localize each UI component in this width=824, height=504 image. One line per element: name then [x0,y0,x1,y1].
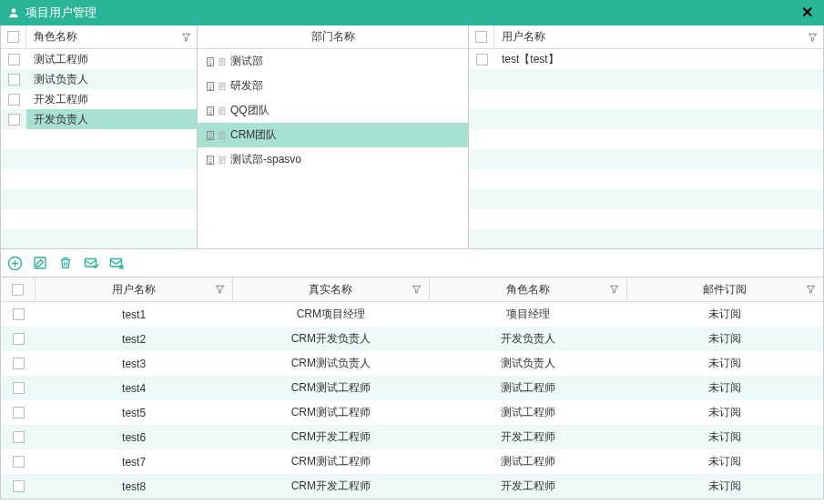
role-row [1,189,197,209]
grid-row-checkbox[interactable] [13,358,25,369]
building-icon [205,130,216,141]
grid-col-label: 真实名称 [309,282,352,297]
user-header-label: 用户名称 [502,29,545,45]
user-row-checkbox-cell [469,209,494,229]
role-row-checkbox[interactable] [8,74,20,86]
role-row-checkbox[interactable] [8,94,20,106]
filter-icon[interactable] [412,285,422,295]
grid-col-role[interactable]: 角色名称 [430,277,627,301]
grid-col-user[interactable]: 用户名称 [36,277,233,301]
role-row[interactable]: 测试工程师 [1,49,197,69]
window-titlebar: 项目用户管理 ✕ [0,0,824,25]
grid-col-label: 邮件订阅 [703,282,747,297]
user-header-label-cell[interactable]: 用户名称 [494,25,823,48]
user-row-checkbox-cell [469,149,494,169]
user-grid: 用户名称 真实名称 角色名称 邮件订阅 test1CRM项目经理项目经理未订阅t… [0,277,824,499]
grid-cell-mail: 未订阅 [626,302,823,327]
dept-tree-item[interactable]: 测试部 [198,49,468,74]
table-row[interactable]: test6CRM开发工程师开发工程师未订阅 [1,425,823,449]
grid-cell-user: test3 [36,351,232,376]
dept-panel-header: 部门名称 [198,25,468,49]
edit-button[interactable] [32,255,48,271]
filter-icon[interactable] [215,285,225,295]
role-row-label: 测试负责人 [26,69,197,89]
user-row-checkbox[interactable] [476,54,488,66]
top-panels: 角色名称 测试工程师测试负责人开发工程师开发负责人 部门名称 测试部研发部QQ团… [0,25,824,249]
role-header-label-cell[interactable]: 角色名称 [26,25,197,48]
grid-cell-role: 测试负责人 [430,351,626,376]
window-title: 项目用户管理 [25,0,798,25]
user-row-checkbox-cell [469,129,494,149]
role-row-label [26,129,197,149]
role-row-label: 开发工程师 [26,89,197,109]
mail-check-button[interactable] [83,255,99,271]
grid-row-checkbox[interactable] [13,480,25,492]
grid-cell-role: 开发工程师 [430,474,626,499]
role-header-checkbox-cell [1,25,26,48]
table-row[interactable]: test7CRM测试工程师测试工程师未订阅 [1,449,823,474]
table-row[interactable]: test8CRM开发工程师开发工程师未订阅 [1,474,823,499]
table-row[interactable]: test5CRM测试工程师测试工程师未订阅 [1,400,823,425]
dept-tree: 测试部研发部QQ团队CRM团队测试部-spasvo [198,49,468,248]
role-row-checkbox[interactable] [8,114,20,126]
dept-tree-item[interactable]: QQ团队 [198,98,468,123]
add-button[interactable] [6,255,23,271]
mail-cancel-button[interactable] [108,255,125,271]
grid-col-mail[interactable]: 邮件订阅 [627,277,824,301]
role-row-label [26,189,197,209]
grid-col-real[interactable]: 真实名称 [233,277,431,301]
dept-tree-item[interactable]: 研发部 [198,74,468,98]
table-row[interactable]: test3CRM测试负责人测试负责人未订阅 [1,351,823,376]
user-row[interactable]: test【test】 [469,49,823,69]
grid-row-checkbox[interactable] [13,407,25,418]
grid-row-checkbox-cell [1,425,36,449]
grid-row-checkbox[interactable] [13,333,25,345]
role-row-checkbox-cell [1,89,26,109]
role-list: 测试工程师测试负责人开发工程师开发负责人 [1,49,197,248]
role-row [1,129,197,149]
grid-row-checkbox[interactable] [13,456,25,468]
table-row[interactable]: test2CRM开发负责人开发负责人未订阅 [1,327,823,351]
grid-row-checkbox[interactable] [13,308,25,320]
role-row-checkbox-cell [1,49,26,69]
grid-row-checkbox[interactable] [13,431,25,443]
role-row-checkbox[interactable] [8,54,20,66]
grid-cell-mail: 未订阅 [626,351,823,376]
document-icon [218,82,227,91]
dept-item-label: 研发部 [230,78,263,94]
user-row-label [494,189,823,209]
dept-panel: 部门名称 测试部研发部QQ团队CRM团队测试部-spasvo [198,25,469,248]
user-row-checkbox-cell [469,229,494,248]
filter-icon[interactable] [181,32,191,42]
grid-row-checkbox[interactable] [13,382,25,394]
role-row[interactable]: 测试负责人 [1,69,197,89]
dept-item-label: QQ团队 [230,103,270,118]
user-row-label [494,129,823,149]
grid-select-all-checkbox[interactable] [12,284,24,296]
close-icon[interactable]: ✕ [798,0,817,25]
grid-cell-real: CRM开发工程师 [232,474,429,499]
document-icon [218,106,227,116]
dept-header-label-cell[interactable]: 部门名称 [198,25,468,48]
delete-button[interactable] [57,255,74,271]
role-row[interactable]: 开发负责人 [1,109,197,129]
grid-row-checkbox-cell [1,474,36,499]
user-select-all-checkbox[interactable] [475,31,487,43]
role-row[interactable]: 开发工程师 [1,89,197,109]
filter-icon[interactable] [609,285,619,295]
dept-item-label: CRM团队 [230,127,277,143]
dept-tree-item[interactable]: 测试部-spasvo [198,147,468,172]
grid-row-checkbox-cell [1,400,36,425]
filter-icon[interactable] [806,285,816,295]
role-row-checkbox-cell [1,189,26,209]
user-row-checkbox-cell [469,189,494,209]
user-row [469,149,823,169]
role-select-all-checkbox[interactable] [7,31,19,43]
user-row-checkbox-cell [469,169,494,189]
role-row-checkbox-cell [1,209,26,229]
table-row[interactable]: test1CRM项目经理项目经理未订阅 [1,302,823,327]
filter-icon[interactable] [808,32,818,42]
table-row[interactable]: test4CRM测试工程师测试工程师未订阅 [1,376,823,400]
grid-col-label: 用户名称 [112,282,156,297]
dept-tree-item[interactable]: CRM团队 [198,123,468,147]
